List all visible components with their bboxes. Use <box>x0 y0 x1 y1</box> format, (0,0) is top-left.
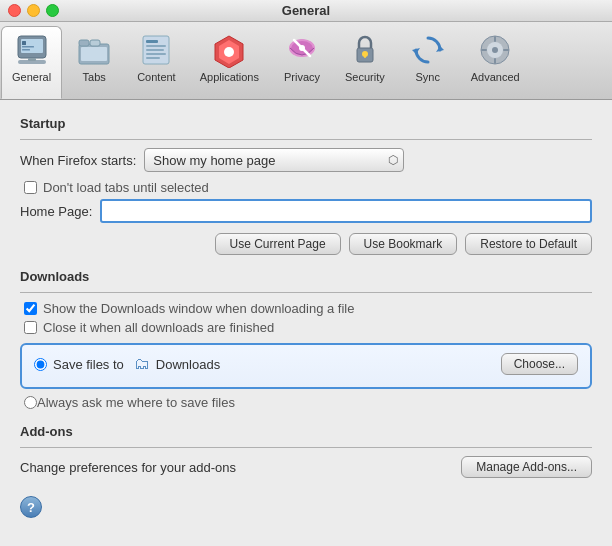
general-icon <box>13 31 51 69</box>
tab-applications[interactable]: Applications <box>189 26 270 99</box>
use-current-page-button[interactable]: Use Current Page <box>215 233 341 255</box>
always-ask-label[interactable]: Always ask me where to save files <box>37 395 235 410</box>
tab-general[interactable]: General <box>1 26 62 99</box>
show-downloads-checkbox[interactable] <box>24 302 37 315</box>
folder-icon: 🗂 <box>134 355 150 373</box>
choose-button[interactable]: Choose... <box>501 353 578 375</box>
addons-row: Change preferences for your add-ons Mana… <box>20 456 592 478</box>
folder-name: Downloads <box>156 357 220 372</box>
svg-rect-26 <box>364 54 366 58</box>
downloads-title: Downloads <box>20 269 592 284</box>
tab-privacy-label: Privacy <box>284 71 320 83</box>
home-page-input[interactable] <box>100 199 592 223</box>
when-firefox-starts-label: When Firefox starts: <box>20 153 136 168</box>
tab-sync-label: Sync <box>416 71 440 83</box>
homepage-buttons: Use Current Page Use Bookmark Restore to… <box>20 233 592 255</box>
addons-section: Add-ons Change preferences for your add-… <box>20 424 592 478</box>
startup-row: When Firefox starts: Show my home page S… <box>20 148 592 172</box>
svg-rect-13 <box>146 45 166 47</box>
tab-security[interactable]: Security <box>334 26 396 99</box>
home-page-label: Home Page: <box>20 204 92 219</box>
startup-select-wrapper[interactable]: Show my home page Show a blank page Show… <box>144 148 404 172</box>
folder-display: 🗂 Downloads <box>134 355 491 373</box>
svg-rect-10 <box>81 47 107 61</box>
startup-title: Startup <box>20 116 592 131</box>
tab-tabs[interactable]: Tabs <box>64 26 124 99</box>
help-row: ? <box>20 496 592 518</box>
svg-rect-4 <box>22 41 26 45</box>
svg-rect-8 <box>79 40 89 46</box>
close-button[interactable] <box>8 4 21 17</box>
maximize-button[interactable] <box>46 4 59 17</box>
startup-section: Startup When Firefox starts: Show my hom… <box>20 116 592 255</box>
svg-rect-15 <box>146 53 166 55</box>
minimize-button[interactable] <box>27 4 40 17</box>
dont-load-tabs-label[interactable]: Don't load tabs until selected <box>43 180 209 195</box>
svg-rect-5 <box>22 46 34 48</box>
applications-icon <box>210 31 248 69</box>
content-area: Startup When Firefox starts: Show my hom… <box>0 100 612 546</box>
tab-sync[interactable]: Sync <box>398 26 458 99</box>
addons-title: Add-ons <box>20 424 592 439</box>
title-bar: General <box>0 0 612 22</box>
sync-icon <box>409 31 447 69</box>
tab-applications-label: Applications <box>200 71 259 83</box>
always-ask-radio[interactable] <box>24 396 37 409</box>
use-bookmark-button[interactable]: Use Bookmark <box>349 233 458 255</box>
save-files-label[interactable]: Save files to <box>53 357 124 372</box>
svg-rect-34 <box>481 49 487 51</box>
svg-rect-16 <box>146 57 160 59</box>
toolbar: General Tabs Content <box>0 22 612 100</box>
svg-rect-12 <box>146 40 158 43</box>
homepage-row: Home Page: <box>20 199 592 223</box>
svg-rect-14 <box>146 49 164 51</box>
addons-description: Change preferences for your add-ons <box>20 460 236 475</box>
manage-addons-button[interactable]: Manage Add-ons... <box>461 456 592 478</box>
svg-rect-6 <box>22 49 30 51</box>
svg-rect-35 <box>503 49 509 51</box>
tab-content-label: Content <box>137 71 176 83</box>
tabs-icon <box>75 31 113 69</box>
restore-to-default-button[interactable]: Restore to Default <box>465 233 592 255</box>
window-title: General <box>282 3 330 18</box>
tab-general-label: General <box>12 71 51 83</box>
show-downloads-label[interactable]: Show the Downloads window when downloadi… <box>43 301 354 316</box>
tab-privacy[interactable]: Privacy <box>272 26 332 99</box>
svg-rect-33 <box>494 58 496 64</box>
close-it-checkbox[interactable] <box>24 321 37 334</box>
startup-select[interactable]: Show my home page Show a blank page Show… <box>144 148 404 172</box>
close-it-label[interactable]: Close it when all downloads are finished <box>43 320 274 335</box>
svg-rect-32 <box>494 36 496 42</box>
privacy-icon <box>283 31 321 69</box>
advanced-icon <box>476 31 514 69</box>
tab-advanced-label: Advanced <box>471 71 520 83</box>
security-icon <box>346 31 384 69</box>
svg-rect-9 <box>90 40 100 46</box>
tab-advanced[interactable]: Advanced <box>460 26 531 99</box>
svg-point-19 <box>224 47 234 57</box>
window-controls[interactable] <box>8 4 59 17</box>
svg-rect-3 <box>28 58 36 61</box>
downloads-section: Downloads Show the Downloads window when… <box>20 269 592 410</box>
save-files-radio[interactable] <box>34 358 47 371</box>
always-ask-row: Always ask me where to save files <box>24 395 592 410</box>
help-button[interactable]: ? <box>20 496 42 518</box>
save-files-row: Save files to 🗂 Downloads Choose... <box>34 353 578 375</box>
close-it-row: Close it when all downloads are finished <box>24 320 592 335</box>
svg-point-31 <box>492 47 498 53</box>
tab-content[interactable]: Content <box>126 26 187 99</box>
tab-security-label: Security <box>345 71 385 83</box>
tab-tabs-label: Tabs <box>83 71 106 83</box>
content-icon <box>137 31 175 69</box>
dont-load-tabs-row: Don't load tabs until selected <box>24 180 592 195</box>
save-files-box: Save files to 🗂 Downloads Choose... <box>20 343 592 389</box>
dont-load-tabs-checkbox[interactable] <box>24 181 37 194</box>
show-downloads-row: Show the Downloads window when downloadi… <box>24 301 592 316</box>
